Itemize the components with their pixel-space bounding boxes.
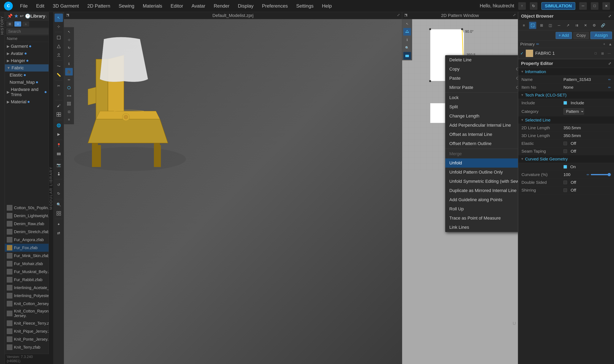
menu-3d-garment[interactable]: 3D Garment [50, 2, 82, 10]
obj-close-icon[interactable]: ✕ [582, 22, 589, 29]
spread-tool[interactable]: ⇄ [54, 229, 63, 237]
ctx-link-lines[interactable]: Link Lines [445, 223, 518, 232]
obj-minus-icon[interactable]: ─ [555, 22, 563, 29]
vp-grid-tool[interactable] [65, 100, 73, 107]
tree-avatar[interactable]: ▶ Avatar [5, 50, 49, 57]
vp3d-expand-icon[interactable]: ⤢ [397, 13, 400, 17]
tree-fabric[interactable]: ▼ Fabric [5, 64, 49, 72]
library-search[interactable] [6, 28, 49, 35]
list-item[interactable]: Interlining_Polyester_Satin [5, 292, 49, 300]
obj-settings-icon[interactable]: ⚙ [591, 22, 598, 29]
vp3d-icon-left[interactable]: ⬔ [66, 13, 69, 17]
lib-tab-list[interactable]: ☆ [14, 21, 21, 26]
vp-move-tool[interactable]: ⊹ [65, 36, 73, 44]
obj-arrow-icon[interactable]: ↗ [564, 22, 572, 29]
list-item[interactable]: Fur_Angora.zfab [5, 236, 49, 244]
prop-curvature-slider[interactable] [591, 174, 611, 175]
ctx-trace-measure[interactable]: Trace as Point of Measure [445, 214, 518, 223]
tree-normalmap[interactable]: Normal_Map [5, 79, 49, 86]
history-icon[interactable]: ↩ [20, 13, 23, 19]
vp-mirror-tool[interactable]: ⟺ [65, 92, 73, 100]
prop-editor-expand-icon[interactable]: ⤢ [608, 61, 611, 66]
assign-button[interactable]: Assign [590, 32, 612, 39]
zoom-tool[interactable]: 🔍 [54, 200, 63, 209]
prop-section-selected-line[interactable]: ▼ Selected Line [518, 116, 614, 124]
list-item[interactable]: Denim_Raw.zfab [5, 220, 49, 228]
list-item[interactable]: Knit_Terry.zfab [5, 343, 49, 351]
primary-edit-icon[interactable]: ✏ [536, 42, 539, 46]
vp2d-expand-icon[interactable]: ⤢ [513, 13, 516, 17]
menu-materials[interactable]: Materials [139, 2, 165, 10]
apply-tool[interactable]: ✦ [54, 220, 63, 229]
obj-browser-expand-icon[interactable]: ⤢ [608, 14, 611, 18]
camera-tool[interactable]: 📷 [54, 161, 63, 169]
ctx-offset-internal[interactable]: Offset as Internal Line [445, 130, 518, 139]
globe-tool[interactable]: 🌐 [54, 121, 63, 130]
list-item[interactable]: Knit_Fleece_Terry.zfab [5, 319, 49, 327]
ctx-unfold[interactable]: Unfold [445, 158, 518, 168]
list-item[interactable]: Interlining_Acetate_Lining. [5, 284, 49, 292]
vp-paint-tool[interactable]: ✏ [65, 76, 73, 83]
add-button[interactable]: + Add [556, 32, 572, 39]
ctx-copy[interactable]: Copy Ctrl+C [445, 65, 518, 74]
vp-info-tool[interactable]: ℹ [65, 60, 73, 67]
list-item[interactable]: Fur_Muskrat_Belly.zfab [5, 268, 49, 276]
vp-filter-tool[interactable]: ≡ [65, 116, 73, 123]
tree-hardware[interactable]: ▶ Hardware and Trims [5, 86, 49, 98]
ctx-duplicate-mirrored[interactable]: Duplicate as Mirrored Internal Line [445, 186, 518, 195]
ctx-add-perp[interactable]: Add Perpendicular Internal Line ▶ [445, 121, 518, 130]
avatar-tool[interactable] [54, 51, 63, 59]
ctx-change-length[interactable]: Change Length [445, 111, 518, 121]
person-tool[interactable] [54, 170, 63, 178]
menu-2d-pattern[interactable]: 2D Pattern [84, 2, 114, 10]
menu-file[interactable]: File [17, 2, 31, 10]
prop-section-information[interactable]: ▼ Information [518, 68, 614, 76]
vp2d-icon-left[interactable]: ⬔ [404, 13, 408, 17]
prop-include-checkbox[interactable] [563, 101, 567, 105]
cut-tool[interactable]: ✂ [54, 82, 63, 90]
viewport-3d-content[interactable]: ↖ ⊹ ↻ ⤢ ℹ 🎥 ✏ ⟺ ⊡ ≡ [64, 19, 402, 364]
prop-seam-taping-checkbox[interactable] [563, 149, 567, 153]
simulation-badge[interactable]: SIMULATION [541, 2, 575, 10]
menu-render[interactable]: Render [211, 2, 233, 10]
list-item-fur-fox[interactable]: Fur_Fox.zfab [5, 244, 49, 252]
prop-section-techpack[interactable]: ▼ Tech Pack (CLO-SET) [518, 91, 614, 99]
menu-preferences[interactable]: Preferences [259, 2, 291, 10]
obj-list-icon[interactable]: ≡ [520, 22, 527, 29]
fabric-check-icon[interactable]: ✓ [520, 51, 524, 56]
vp-snap-tool[interactable]: ⊡ [65, 108, 73, 116]
ctx-unfold-symmetric[interactable]: Unfold Symmetric Editing (with Sewing) [445, 177, 518, 186]
list-item[interactable]: Knit_Cotton_Rayon Jersey. [5, 308, 49, 319]
list-item[interactable]: Knit_Ponte_Jersey.zfab [5, 335, 49, 343]
prop-double-sided-checkbox[interactable] [563, 181, 567, 184]
menu-settings[interactable]: Settings [293, 2, 317, 10]
recent-icon[interactable]: 🕐 [25, 13, 30, 19]
draw-garment-tool[interactable] [54, 33, 63, 42]
ctx-roll-up[interactable]: Roll Up [445, 204, 518, 214]
list-item[interactable]: Fur_Mohair.zfab [5, 260, 49, 268]
layer-tool[interactable] [54, 150, 63, 158]
prop-shirring-checkbox[interactable] [563, 188, 567, 192]
primary-add-icon[interactable]: + [603, 42, 605, 46]
tree-hanger[interactable]: ▶ Hanger [5, 57, 49, 64]
vp-camera-tool[interactable]: 🎥 [65, 68, 73, 76]
obj-link-icon[interactable]: 🔗 [600, 22, 607, 29]
viewport-2d-content[interactable]: 90.0° 90.0° 350.5 U Delete Line [402, 19, 518, 364]
ctx-delete-line[interactable]: Delete Line [445, 55, 518, 65]
obj-layer-icon[interactable]: ◫ [547, 22, 554, 29]
paint-tool[interactable]: 🖌 [54, 102, 63, 110]
select-tool[interactable]: ↖ [54, 13, 63, 22]
list-item[interactable]: Cotton_50s_Poplin.zfab [5, 204, 49, 212]
fabric-edit-icon[interactable]: □ [593, 51, 598, 56]
vp-scale-tool[interactable]: ⤢ [65, 52, 73, 60]
vp-select-tool[interactable]: ↖ [65, 28, 73, 36]
primary-collapse-icon[interactable]: ▲ [608, 42, 612, 46]
obj-grid-icon[interactable]: ⊞ [538, 22, 545, 29]
star-icon[interactable]: ★ [14, 13, 18, 19]
list-item[interactable]: Knit_Pique_Jersey.zfab [5, 327, 49, 335]
menu-sewing[interactable]: Sewing [115, 2, 137, 10]
prop-curved-on-checkbox[interactable] [563, 165, 567, 169]
ctx-unfold-outline[interactable]: Unfold Pattern Outline Only [445, 168, 518, 177]
lib-tab-3[interactable]: ○ [22, 21, 29, 26]
list-item[interactable]: Fur_Mink_Skin.zfab [5, 252, 49, 260]
